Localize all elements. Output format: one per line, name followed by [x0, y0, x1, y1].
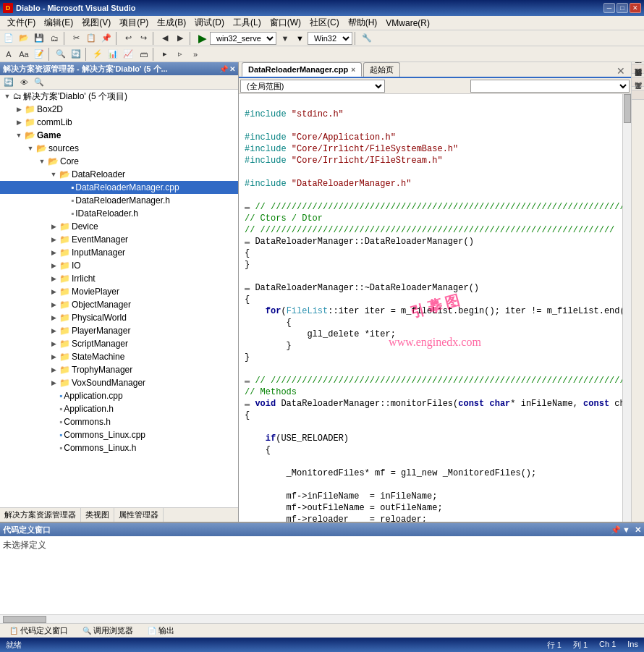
tree-inputmanager[interactable]: ▶ 📁 InputManager — [0, 246, 238, 259]
tb2-more[interactable]: » — [188, 48, 203, 61]
menu-debug[interactable]: 调试(D) — [190, 16, 229, 30]
solution-tree-view[interactable]: ▼ 🗂 解决方案'Diablo' (5 个项目) ▶ 📁 Box2D ▶ 📁 — [0, 90, 238, 507]
tb-nav-forward[interactable]: ▶ — [173, 32, 187, 45]
code-scrollbar[interactable] — [622, 94, 631, 522]
tree-movieplayer[interactable]: ▶ 📁 MoviePlayer — [0, 285, 238, 298]
panel-close-button[interactable]: ✕ — [229, 65, 235, 73]
tree-commons-linux-cpp[interactable]: ▪ Commons_Linux.cpp — [0, 428, 238, 441]
sidebar-tab-solution[interactable]: 解决方案资源管理器 — [631, 64, 645, 74]
tb2-i[interactable]: ▸ — [158, 48, 172, 61]
movieplayer-expand-icon[interactable]: ▶ — [48, 288, 59, 295]
trophymgr-expand-icon[interactable]: ▶ — [48, 366, 59, 373]
tb-nav-back[interactable]: ◀ — [158, 32, 172, 45]
run-config-arrow[interactable]: ▼ — [278, 32, 292, 45]
tb2-j[interactable]: ▹ — [173, 48, 187, 61]
tree-statemachine[interactable]: ▶ 📁 StateMachine — [0, 350, 238, 363]
tree-physicalworld[interactable]: ▶ 📁 PhysicalWorld — [0, 311, 238, 324]
tb2-f[interactable]: 📊 — [106, 48, 120, 61]
tb2-find[interactable]: 🔍 — [54, 48, 68, 61]
member-dropdown[interactable] — [470, 80, 630, 93]
device-expand-icon[interactable]: ▶ — [48, 223, 59, 230]
tb-undo[interactable]: ↩ — [121, 32, 135, 45]
tb2-replace[interactable]: 🔄 — [69, 48, 83, 61]
sol-tb-refresh[interactable]: 🔄 — [1, 76, 16, 89]
eventmgr-expand-icon[interactable]: ▶ — [48, 236, 59, 243]
sidebar-tab-team[interactable]: 团队资源管理器 — [631, 77, 645, 87]
tab-start[interactable]: 起始页 — [363, 62, 400, 77]
menu-community[interactable]: 社区(C) — [305, 16, 344, 30]
tb-run[interactable]: ▶ — [195, 32, 209, 45]
panel-pin-button[interactable]: 📌 — [219, 65, 228, 73]
run-config-dropdown[interactable]: win32_serve — [210, 32, 276, 45]
property-manager-tab[interactable]: 属性管理器 — [114, 508, 164, 522]
tree-box2d[interactable]: ▶ 📁 Box2D — [0, 103, 238, 116]
tb2-e[interactable]: ⚡ — [90, 48, 105, 61]
tree-device[interactable]: ▶ 📁 Device — [0, 220, 238, 233]
solution-expand-icon[interactable]: ▼ — [1, 93, 13, 100]
objectmgr-expand-icon[interactable]: ▶ — [48, 301, 59, 308]
tb-extra[interactable]: 🔧 — [360, 32, 374, 45]
tb2-h[interactable]: 🗃 — [136, 48, 151, 61]
tree-sources[interactable]: ▼ 📂 sources — [0, 142, 238, 155]
physworld-expand-icon[interactable]: ▶ — [48, 314, 59, 321]
menu-tools[interactable]: 工具(L) — [229, 16, 266, 30]
tree-game[interactable]: ▼ 📂 Game — [0, 129, 238, 142]
tb2-c[interactable]: 📝 — [32, 48, 46, 61]
core-expand-icon[interactable]: ▼ — [36, 158, 48, 165]
close-button[interactable]: ✕ — [630, 3, 641, 13]
tb2-b[interactable]: Aa — [17, 48, 31, 61]
tree-irrlicht[interactable]: ▶ 📁 Irrlicht — [0, 272, 238, 285]
tb2-g[interactable]: 📈 — [121, 48, 135, 61]
menu-edit[interactable]: 编辑(E) — [40, 16, 77, 30]
tb2-a[interactable]: A — [1, 48, 16, 61]
tb-cut[interactable]: ✂ — [69, 32, 83, 45]
bottom-tab-output[interactable]: 📄 输出 — [141, 624, 181, 638]
editor-close-button[interactable]: ✕ — [617, 65, 625, 77]
tb-paste[interactable]: 📌 — [99, 32, 114, 45]
commlib-expand-icon[interactable]: ▶ — [13, 119, 25, 126]
tree-core[interactable]: ▼ 📂 Core — [0, 155, 238, 168]
tree-trophymanager[interactable]: ▶ 📁 TrophyManager — [0, 363, 238, 376]
sol-tb-show-all[interactable]: 👁 — [17, 76, 31, 89]
menu-view[interactable]: 视图(V) — [77, 16, 115, 30]
class-view-tab[interactable]: 类视图 — [81, 508, 114, 522]
tree-commlib[interactable]: ▶ 📁 commLib — [0, 116, 238, 129]
tb-save-all[interactable]: 🗂 — [47, 32, 62, 45]
tab-cpp[interactable]: DataReloaderManager.cpp × — [242, 62, 362, 77]
irrlicht-expand-icon[interactable]: ▶ — [48, 275, 59, 282]
solution-explorer-tab[interactable]: 解决方案资源管理器 — [0, 508, 81, 522]
tree-solution-root[interactable]: ▼ 🗂 解决方案'Diablo' (5 个项目) — [0, 90, 238, 103]
box2d-expand-icon[interactable]: ▶ — [13, 106, 25, 113]
menu-help[interactable]: 帮助(H) — [344, 16, 382, 30]
scriptmgr-expand-icon[interactable]: ▶ — [48, 340, 59, 347]
bottom-tab-call-browser[interactable]: 🔍 调用浏览器 — [76, 624, 140, 638]
game-expand-icon[interactable]: ▼ — [13, 132, 25, 139]
bottom-panel-pin[interactable]: 📌 — [611, 525, 621, 535]
scope-dropdown[interactable]: (全局范围) — [240, 80, 385, 93]
platform-dropdown[interactable]: Win32 — [308, 32, 352, 45]
code-editor-area[interactable]: 引 摹 图 www.enginedx.com #include "stdinc.… — [239, 94, 631, 522]
sol-tb-filter[interactable]: 🔍 — [32, 76, 46, 89]
tree-playermanager[interactable]: ▶ 📁 PlayerManager — [0, 324, 238, 337]
menu-file[interactable]: 文件(F) — [3, 16, 40, 30]
tree-commons-linux-h[interactable]: ▪ Commons_Linux.h — [0, 441, 238, 454]
playermgr-expand-icon[interactable]: ▶ — [48, 327, 59, 334]
sources-expand-icon[interactable]: ▼ — [25, 145, 36, 152]
tree-voxsoundmanager[interactable]: ▶ 📁 VoxSoundManager — [0, 376, 238, 389]
bottom-panel-x[interactable]: ✕ — [635, 525, 641, 535]
tab-cpp-close[interactable]: × — [351, 66, 355, 74]
tree-commons-h[interactable]: ▪ Commons.h — [0, 415, 238, 428]
tree-application-cpp[interactable]: ▪ Application.cpp — [0, 389, 238, 402]
tree-datareloader-folder[interactable]: ▼ 📂 DataReloader — [0, 168, 238, 181]
bottom-tab-code-definition[interactable]: 📋 代码定义窗口 — [3, 624, 75, 638]
tb-new[interactable]: 📄 — [1, 32, 16, 45]
tree-datareloadermanager-cpp[interactable]: ▪ DataReloaderManager.cpp — [0, 181, 238, 194]
scrollbar-thumb[interactable] — [624, 94, 631, 123]
tree-idatareloader-h[interactable]: ▪ IDataReloader.h — [0, 207, 238, 220]
tree-datareloadermanager-h[interactable]: ▪ DataReloaderManager.h — [0, 194, 238, 207]
tree-eventmanager[interactable]: ▶ 📁 EventManager — [0, 233, 238, 246]
bottom-scrollbar-h[interactable] — [0, 614, 644, 623]
tb-open[interactable]: 📂 — [17, 32, 31, 45]
datareloader-expand-icon[interactable]: ▼ — [48, 171, 59, 178]
tree-io[interactable]: ▶ 📁 IO — [0, 259, 238, 272]
